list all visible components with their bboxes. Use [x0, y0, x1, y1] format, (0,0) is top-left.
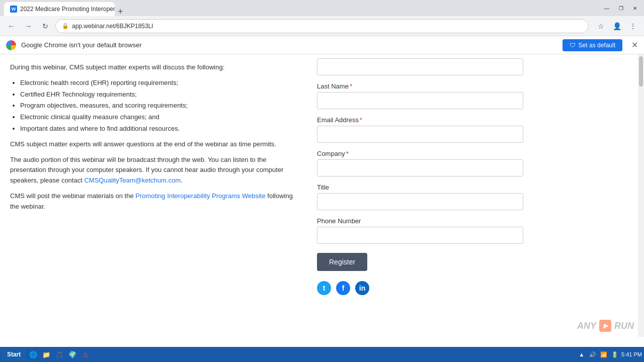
- clock: 5:41 PM: [621, 351, 642, 358]
- page-content: During this webinar, CMS subject matter …: [0, 54, 644, 347]
- social-share-icons: t f in: [317, 281, 523, 295]
- last-name-input[interactable]: [317, 92, 523, 109]
- back-button[interactable]: ←: [4, 19, 18, 33]
- shield-icon: 🛡: [570, 42, 576, 49]
- company-group: Company*: [317, 150, 523, 176]
- close-button[interactable]: ✕: [630, 5, 640, 12]
- email-group: Email Address*: [317, 116, 523, 143]
- tab-bar: W 2022 Medicare Promoting Interoper... ✕…: [4, 0, 123, 16]
- materials-text-1: CMS will post the webinar materials on t…: [10, 192, 135, 200]
- browser-window: W 2022 Medicare Promoting Interoper... ✕…: [0, 0, 644, 362]
- taskbar-right-area: ▲ 🔊 📶 🔋 5:41 PM: [577, 350, 642, 359]
- title-bar: W 2022 Medicare Promoting Interoper... ✕…: [0, 0, 644, 16]
- start-label: Start: [7, 351, 21, 358]
- chrome-logo-icon: [6, 40, 16, 50]
- email-input[interactable]: [317, 126, 523, 143]
- bullet-item-3: Program objectives, measures, and scorin…: [20, 101, 296, 111]
- start-button[interactable]: Start: [2, 348, 26, 360]
- banner-close-button[interactable]: ✕: [631, 40, 638, 50]
- twitter-icon[interactable]: t: [317, 281, 331, 295]
- scrollbar-thumb[interactable]: [639, 56, 643, 86]
- profile-button[interactable]: 👤: [610, 19, 624, 33]
- title-label: Title: [317, 184, 523, 191]
- battery-icon[interactable]: 🔋: [610, 350, 619, 359]
- menu-button[interactable]: ⋮: [626, 19, 640, 33]
- lock-icon: 🔒: [62, 23, 69, 29]
- qa-paragraph: CMS subject matter experts will answer q…: [10, 139, 296, 150]
- email-link[interactable]: CMSQualityTeam@ketchum.com: [84, 176, 181, 184]
- time-text: 5:41 PM: [621, 351, 642, 358]
- company-label: Company*: [317, 150, 523, 157]
- phone-input[interactable]: [317, 227, 523, 244]
- window-controls: — ❐ ✕: [602, 5, 640, 12]
- left-panel: During this webinar, CMS subject matter …: [0, 54, 312, 347]
- register-button[interactable]: Register: [317, 253, 367, 271]
- taskbar-folder-icon[interactable]: 📁: [41, 349, 52, 360]
- navigation-bar: ← → ↻ 🔒 app.webinar.net/6BJKP1853LI ☆ 👤 …: [0, 16, 644, 36]
- intro-text: During this webinar, CMS subject matter …: [10, 62, 296, 73]
- new-tab-button[interactable]: +: [118, 7, 123, 16]
- tab-title: 2022 Medicare Promoting Interoper...: [20, 6, 115, 13]
- taskbar-ie-icon[interactable]: 🌐: [28, 349, 39, 360]
- taskbar-chrome-icon[interactable]: 🌍: [67, 349, 78, 360]
- bullet-item-2: Certified EHR Technology requirements;: [20, 89, 296, 100]
- banner-message: Google Chrome isn't your default browser: [21, 41, 557, 49]
- minimize-button[interactable]: —: [602, 5, 612, 12]
- forward-button[interactable]: →: [21, 19, 35, 33]
- bullet-item-1: Electronic health record (EHR) reporting…: [20, 78, 296, 88]
- programs-link[interactable]: Promoting Interoperability Programs Webs…: [135, 192, 265, 200]
- title-group: Title: [317, 184, 523, 210]
- linkedin-icon[interactable]: in: [355, 281, 369, 295]
- email-label: Email Address*: [317, 116, 523, 124]
- first-name-input[interactable]: [317, 58, 523, 75]
- taskbar: Start 🌐 📁 🎵 🌍 ⚠ ▲ 🔊 📶 🔋 5:41 PM: [0, 347, 644, 362]
- last-name-group: Last Name*: [317, 82, 523, 109]
- default-browser-banner: Google Chrome isn't your default browser…: [0, 36, 644, 54]
- set-default-label: Set as default: [579, 42, 615, 49]
- tab-favicon: W: [10, 6, 17, 13]
- main-area: During this webinar, CMS subject matter …: [0, 54, 644, 347]
- bullet-list: Electronic health record (EHR) reporting…: [20, 78, 296, 134]
- title-input[interactable]: [317, 193, 523, 210]
- taskbar-media-icon[interactable]: 🎵: [54, 349, 65, 360]
- phone-group: Phone Number: [317, 217, 523, 244]
- nav-icon-group: ☆ 👤 ⋮: [594, 19, 640, 33]
- set-default-button[interactable]: 🛡 Set as default: [562, 39, 622, 51]
- registration-form: Last Name* Email Address* Company*: [312, 54, 533, 347]
- phone-label: Phone Number: [317, 217, 523, 225]
- last-name-label: Last Name*: [317, 82, 523, 90]
- active-tab[interactable]: W 2022 Medicare Promoting Interoper... ✕: [4, 2, 115, 16]
- reload-button[interactable]: ↻: [38, 19, 52, 33]
- address-bar[interactable]: 🔒 app.webinar.net/6BJKP1853LI: [55, 19, 589, 33]
- url-text: app.webinar.net/6BJKP1853LI: [72, 23, 153, 30]
- bookmark-button[interactable]: ☆: [594, 19, 608, 33]
- bullet-item-5: Important dates and where to find additi…: [20, 124, 296, 134]
- bullet-item-4: Electronic clinical quality measure chan…: [20, 112, 296, 123]
- taskbar-alert-icon[interactable]: ⚠: [80, 349, 91, 360]
- company-input[interactable]: [317, 159, 523, 176]
- network-icon[interactable]: 📶: [599, 350, 608, 359]
- audio-text-2: .: [181, 176, 183, 184]
- facebook-icon[interactable]: f: [336, 281, 350, 295]
- audio-paragraph: The audio portion of this webinar will b…: [10, 155, 296, 186]
- volume-icon[interactable]: 🔊: [588, 350, 597, 359]
- vertical-scrollbar[interactable]: [638, 54, 644, 337]
- materials-paragraph: CMS will post the webinar materials on t…: [10, 191, 296, 212]
- system-tray: ▲ 🔊 📶 🔋: [577, 350, 619, 359]
- maximize-button[interactable]: ❐: [616, 5, 626, 12]
- show-hidden-icon[interactable]: ▲: [577, 350, 586, 359]
